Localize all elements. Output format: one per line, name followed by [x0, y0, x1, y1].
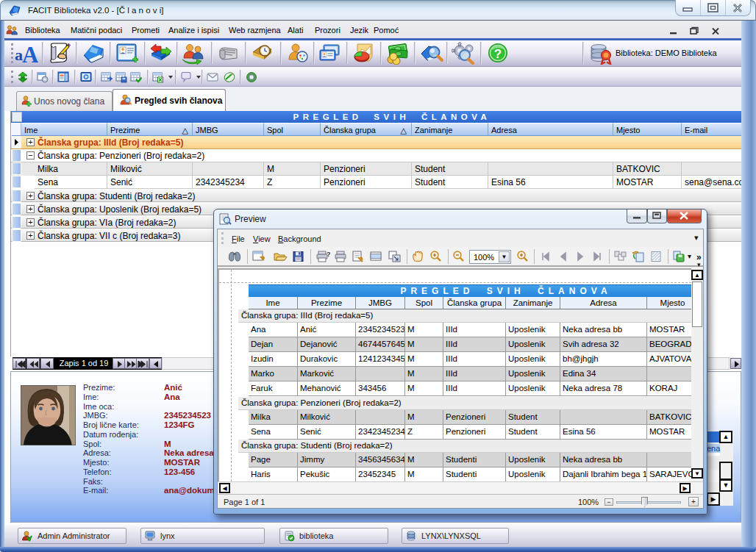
svg-text:?: ?	[494, 47, 502, 61]
svg-text:A: A	[22, 42, 38, 65]
svg-text:?: ?	[327, 251, 330, 258]
